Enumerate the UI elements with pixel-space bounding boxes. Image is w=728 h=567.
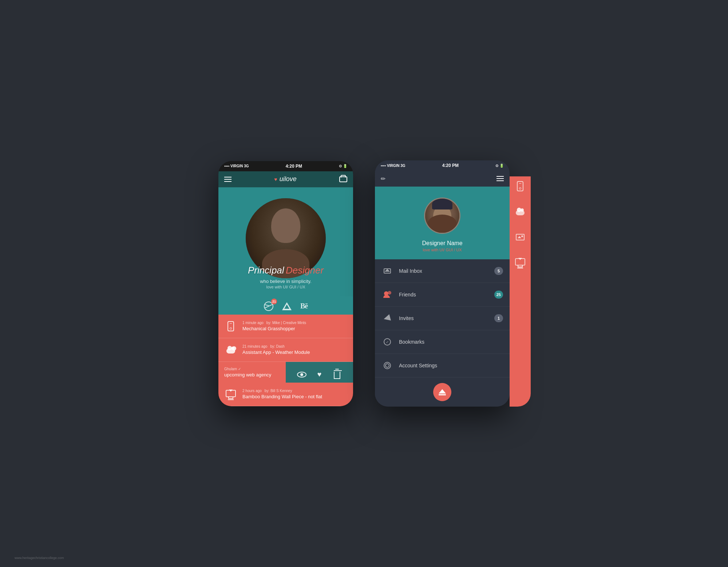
bookmark-icon [384,338,391,346]
feed-item-3-text: Ghulam ✓ upcoming web agency [224,367,287,378]
principal-text: Principal Designer [218,265,353,276]
arch-icon [282,302,292,310]
trash-icon [334,372,340,379]
status-icons-2: ⊙ 🔋 [495,164,504,168]
menu-list: Mail Inbox 5 Friends 25 [375,259,510,378]
friends-label: Friends [399,292,494,298]
signal-2: ▪▪▪▪ VIRGIN 3G [381,164,405,168]
invites-badge: 1 [494,314,503,322]
feed-item-2-title: Assistant App - Weather Module [242,350,347,355]
time-1: 4:20 PM [286,164,302,169]
mail-icon-wrap [381,265,393,277]
status-icons-1: ⊙ 🔋 [339,164,347,168]
phone1-hero: Principal Designer who believe in simpli… [218,187,353,296]
menu-item-bookmarks[interactable]: Bookmarks [375,330,510,354]
menu-item-mail[interactable]: Mail Inbox 5 [375,259,510,283]
like-action-button[interactable]: ♥ [313,369,325,380]
feed-item-1-text: 1 minute ago by: Mike | Creative Mints M… [242,321,347,331]
feed-item-1[interactable]: 1 minute ago by: Mike | Creative Mints M… [218,315,353,338]
feed-item-2-text: 21 minutes ago by: Dash Assistant App - … [242,344,347,355]
feed-item-3-by: Ghulam ✓ [224,367,241,371]
phone1-wrapper: ▪▪▪▪ VIRGIN 3G 4:20 PM ⊙ 🔋 ♥ uilove [218,161,353,406]
strip-phone-icon [515,181,526,192]
strip-cloud-body [516,210,525,215]
feed-item-2[interactable]: 21 minutes ago by: Dash Assistant App - … [218,338,353,362]
view-action-button[interactable] [296,369,308,380]
logo-area: ♥ uilove [274,175,296,183]
right-partial-strip [510,176,531,407]
strip-cloud-icon [515,206,526,217]
menu-item-settings[interactable]: Account Settings [375,354,510,378]
strip-cloud [515,208,526,215]
feed-item-2-time: 21 minutes ago [242,344,267,348]
behance-icon: Bē [300,302,308,310]
invites-icon-wrap [381,312,393,324]
briefcase-icon[interactable] [339,176,347,182]
status-bar-1: ▪▪▪▪ VIRGIN 3G 4:20 PM ⊙ 🔋 [218,161,353,171]
watermark: www.heritagechristiancollege.com [15,556,64,560]
eject-triangle-icon [439,389,446,394]
social-icons-row: 21 Bē [218,296,353,315]
friends-icon-wrap [381,289,393,300]
dribbble-button[interactable]: 21 [264,302,273,311]
feed-item-3-title: upcoming web agency [224,372,287,378]
feed-item-4-by: by: Bill S Kenney [265,389,292,393]
cloud-body [226,348,235,354]
phone1-topbar: ♥ uilove [218,171,353,187]
feed-item-2-by: by: Dash [270,344,284,348]
friends-badge: 25 [494,291,503,299]
hero-subtitle1: who believe in simplicity. [218,279,353,284]
eye-icon [297,372,306,378]
feed-icon-cloud [224,343,237,356]
feed-item-4-meta: 2 hours ago by: Bill S Kenney [242,389,347,393]
eject-bar-icon [439,394,446,395]
heart-action-icon: ♥ [317,370,322,379]
strip-monitor-icon [515,257,526,268]
feed-item-1-title: Mechanical Grasshopper [242,326,347,331]
hamburger-icon-2[interactable] [496,176,504,181]
monitor-container [226,390,236,399]
hero-text: Principal Designer who believe in simpli… [218,265,353,289]
menu-item-friends[interactable]: Friends 25 [375,283,510,307]
feed-item-2-meta: 21 minutes ago by: Dash [242,344,347,348]
designer-label: Designer [286,265,324,276]
paper-plane-icon [384,315,391,322]
phone1: ▪▪▪▪ VIRGIN 3G 4:20 PM ⊙ 🔋 ♥ uilove [218,161,353,406]
bookmarks-label: Bookmarks [399,339,503,345]
invites-label: Invites [399,315,494,321]
dribbble-badge: 21 [271,299,277,304]
settings-icon-wrap [381,360,393,371]
phone2-topbar: ✏ [375,171,510,187]
menu-item-invites[interactable]: Invites 1 [375,307,510,330]
monitor-icon [226,390,236,397]
cloud-icon [225,346,236,354]
bookmarks-icon-wrap [381,336,393,348]
profile-section: Designer Name love with UI/ GUI / UX [375,187,510,259]
delete-action-button[interactable] [331,369,343,380]
edit-button[interactable]: ✏ [381,175,385,182]
feed-item-4[interactable]: 2 hours ago by: Bill S Kenney Bamboo Bra… [218,383,353,406]
mail-inbox-badge: 5 [494,267,503,275]
friends-icon-secondary [388,291,391,295]
strip-monitor-wrap [515,258,525,267]
feed-list: 1 minute ago by: Mike | Creative Mints M… [218,315,353,406]
feed-icon-phone [224,320,237,333]
behance-button[interactable]: Bē [300,302,308,310]
eject-button[interactable] [433,383,451,401]
hamburger-icon[interactable] [224,177,232,182]
principal-label: Principal [248,265,284,276]
profile-subtitle: love with UI/ GUI / UX [423,248,462,252]
status-bar-2: ▪▪▪▪ VIRGIN 3G 4:20 PM ⊙ 🔋 [375,160,510,171]
phone2: ▪▪▪▪ VIRGIN 3G 4:20 PM ⊙ 🔋 ✏ Designer Na [375,160,510,407]
gear-icon [384,362,391,369]
strip-phone-device-icon [517,181,523,191]
swipe-actions: ♥ [286,362,353,383]
feed-item-1-by: by: Mike | Creative Mints [266,321,306,325]
feed-icon-monitor [224,388,237,401]
image-icon [516,234,525,240]
arch-button[interactable] [282,302,292,310]
phone-device-icon [228,321,234,331]
feed-item-3[interactable]: Ghulam ✓ upcoming web agency [218,362,293,383]
feed-item-1-time: 1 minute ago [242,321,264,325]
strip-image-icon [515,232,526,243]
